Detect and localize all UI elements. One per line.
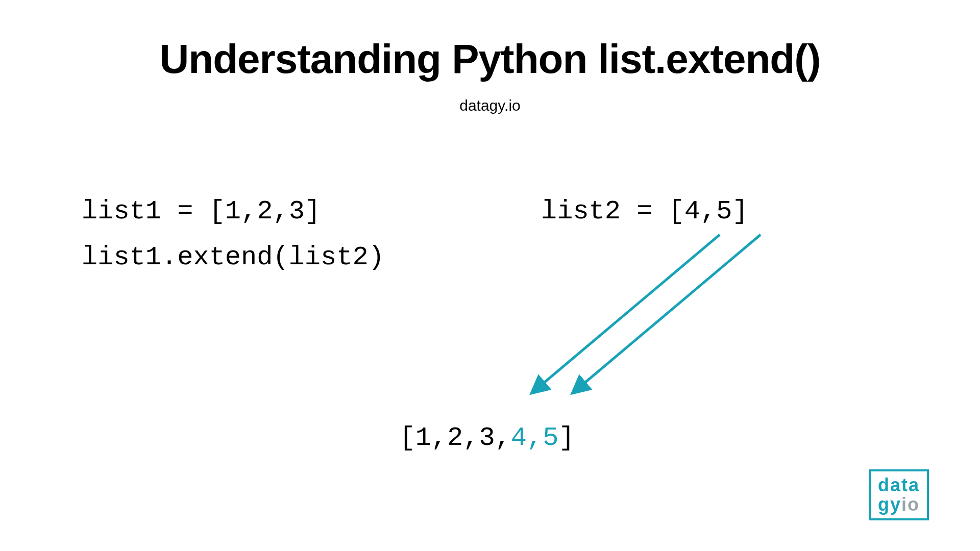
datagy-logo: data gyio [869,469,929,520]
logo-row2: gyio [878,495,920,514]
result-highlight: 4,5 [511,423,559,453]
page-subtitle: datagy.io [0,97,980,114]
arrows-svg [0,0,980,551]
arrow-5-to-result [582,235,761,385]
code-list1-definition: list1 = [1,2,3] [82,196,321,227]
arrow-4-to-result [541,235,720,385]
logo-row1: data [878,475,920,495]
result-prefix: [1,2,3, [399,423,510,453]
result-list: [1,2,3,4,5] [368,393,575,453]
page-title: Understanding Python list.extend() [0,36,980,83]
code-extend-call: list1.extend(list2) [82,242,384,272]
code-list2-definition: list2 = [4,5] [541,196,748,227]
result-suffix: ] [558,423,574,453]
